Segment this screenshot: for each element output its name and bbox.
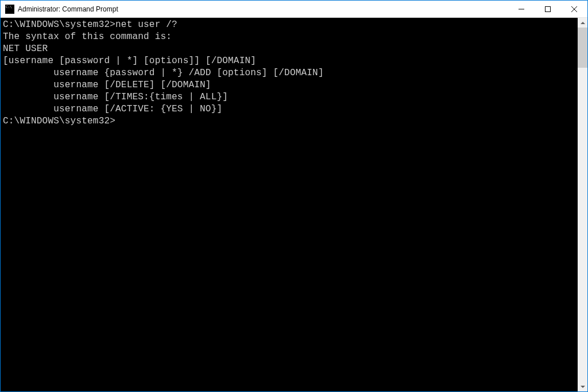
prompt-path: C:\WINDOWS\system32>: [3, 116, 115, 126]
minimize-button[interactable]: [508, 1, 535, 17]
scroll-down-button[interactable]: [578, 382, 587, 391]
chevron-up-icon: [581, 22, 585, 24]
output-line: The syntax of this command is:: [3, 31, 575, 43]
minimize-icon: [519, 6, 524, 12]
svg-rect-1: [546, 6, 551, 11]
prompt-line: C:\WINDOWS\system32>: [3, 115, 575, 127]
output-line: username [/ACTIVE: {YES | NO}]: [3, 103, 575, 115]
output-line: NET USER: [3, 43, 575, 55]
scroll-track[interactable]: [578, 28, 587, 382]
prompt-command: net user /?: [115, 20, 177, 30]
svg-marker-5: [581, 386, 585, 388]
output-line: username {password | *} /ADD [options] […: [3, 67, 575, 79]
maximize-button[interactable]: [535, 1, 561, 17]
window-title: Administrator: Command Prompt: [18, 5, 508, 13]
svg-marker-4: [581, 22, 585, 24]
close-icon: [571, 6, 577, 12]
window-controls: [508, 1, 587, 17]
scroll-up-button[interactable]: [578, 18, 587, 28]
maximize-icon: [545, 6, 551, 12]
cmd-icon: [5, 5, 14, 14]
scroll-thumb[interactable]: [578, 28, 587, 68]
chevron-down-icon: [581, 386, 585, 388]
terminal-container: C:\WINDOWS\system32>net user /?The synta…: [1, 18, 587, 391]
terminal-output[interactable]: C:\WINDOWS\system32>net user /?The synta…: [1, 18, 578, 391]
close-button[interactable]: [561, 1, 587, 17]
prompt-line: C:\WINDOWS\system32>net user /?: [3, 19, 575, 31]
output-line: [username [password | *] [options]] [/DO…: [3, 55, 575, 67]
vertical-scrollbar[interactable]: [578, 18, 587, 391]
output-line: username [/DELETE] [/DOMAIN]: [3, 79, 575, 91]
window-titlebar: Administrator: Command Prompt: [1, 1, 587, 18]
output-line: username [/TIMES:{times | ALL}]: [3, 91, 575, 103]
prompt-path: C:\WINDOWS\system32>: [3, 20, 115, 30]
